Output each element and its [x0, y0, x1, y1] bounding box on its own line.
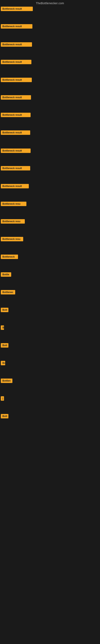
badge-row: Bott: [0, 306, 100, 313]
bottleneck-badge-20: Bo: [1, 361, 5, 365]
badge-row: B: [0, 324, 100, 331]
badge-row: Bottleneck result: [0, 165, 100, 172]
badge-row: Bottleneck resu: [0, 200, 100, 207]
badge-row: Bottleneck resu: [0, 236, 100, 242]
bottleneck-badge-22: |: [1, 396, 4, 401]
bottleneck-badge-4: Bottleneck result: [1, 78, 32, 82]
bottleneck-badge-6: Bottleneck result: [1, 113, 31, 117]
bottleneck-badge-9: Bottleneck result: [1, 166, 30, 170]
badge-row: |: [0, 395, 100, 402]
bottleneck-badge-15: Bottle: [1, 272, 11, 277]
badge-row: Bottleneck result: [0, 147, 100, 154]
bottleneck-badge-5: Bottleneck result: [1, 95, 31, 100]
bottleneck-badge-11: Bottleneck resu: [1, 202, 26, 206]
badge-row: Bottleneck result: [0, 183, 100, 190]
bottleneck-badge-12: Bottleneck resu: [1, 219, 25, 224]
bottleneck-badge-7: Bottleneck result: [1, 130, 30, 135]
bottleneck-badge-13: Bottleneck resu: [1, 237, 23, 241]
bottleneck-badge-1: Bottleneck result: [1, 24, 32, 28]
badge-row: Bottleneck result: [0, 58, 100, 66]
badge-row: Bottleneck result: [0, 6, 100, 12]
bottleneck-badge-8: Bottleneck result: [1, 148, 31, 153]
bottleneck-badge-0: Bottleneck result: [1, 7, 33, 11]
bottleneck-badge-10: Bottleneck result: [1, 184, 29, 188]
badge-row: Bott: [0, 342, 100, 349]
badge-row: Bott: [0, 413, 100, 420]
badge-row: Bo: [0, 360, 100, 366]
bottleneck-badge-18: B: [1, 326, 4, 330]
badge-row: Bottleneck result: [0, 76, 100, 83]
badge-row: Bottleneck result: [0, 112, 100, 118]
bottleneck-badge-23: Bott: [1, 414, 8, 418]
badge-row: Bottlen: [0, 377, 100, 384]
bottleneck-badge-14: Bottleneck: [1, 254, 18, 259]
bottleneck-badge-16: Bottlenec: [1, 290, 15, 294]
badge-row: Bottleneck resu: [0, 218, 100, 225]
badge-row: Bottlenec: [0, 289, 100, 296]
bottleneck-badge-17: Bott: [1, 308, 8, 312]
badge-row: Bottleneck result: [0, 94, 100, 101]
bottleneck-badge-2: Bottleneck result: [1, 42, 32, 47]
badge-row: Bottleneck result: [0, 23, 100, 30]
badge-row: Bottle: [0, 271, 100, 278]
bottleneck-badge-21: Bottlen: [1, 378, 12, 383]
badge-row: Bottleneck: [0, 253, 100, 260]
bottleneck-badge-19: Bott: [1, 343, 8, 348]
badge-row: Bottleneck result: [0, 129, 100, 136]
badge-row: Bottleneck result: [0, 41, 100, 48]
bottleneck-badge-3: Bottleneck result: [1, 60, 31, 64]
